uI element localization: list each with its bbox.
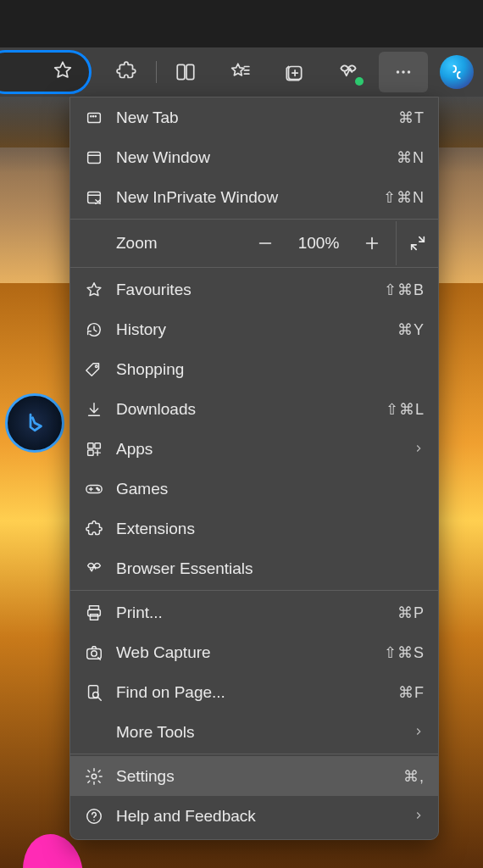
fullscreen-button[interactable] [396,221,438,265]
svg-point-22 [92,650,97,655]
status-dot-icon [355,77,364,86]
svg-point-8 [93,115,94,116]
menu-item-find-on-page[interactable]: Find on Page... ⌘F [70,672,438,712]
svg-rect-0 [177,64,185,79]
find-icon [82,683,106,702]
chevron-right-icon [413,807,425,826]
svg-point-12 [95,365,97,368]
printer-icon [82,604,106,622]
browser-essentials-toolbar-button[interactable] [321,52,375,92]
menu-item-favourites[interactable]: Favourites ⇧⌘B [70,270,438,309]
menu-item-new-window[interactable]: New Window ⌘N [70,137,438,177]
extensions-toolbar-button[interactable] [100,52,154,92]
apps-icon [82,440,106,459]
menu-item-history[interactable]: History ⌘Y [70,309,438,349]
menu-item-web-capture[interactable]: Web Capture ⇧⌘S [70,632,438,672]
svg-rect-1 [186,64,194,79]
menu-item-more-tools[interactable]: More Tools [70,712,438,752]
menu-item-apps[interactable]: Apps [70,429,438,469]
menu-item-browser-essentials[interactable]: Browser Essentials [70,548,438,588]
collections-toolbar-button[interactable] [267,52,321,92]
svg-point-5 [408,70,410,73]
split-screen-button[interactable] [158,52,213,92]
svg-rect-20 [90,614,97,619]
chevron-right-icon [413,723,425,742]
star-icon[interactable] [52,59,74,85]
zoom-in-button[interactable] [348,221,396,265]
menu-shortcut: ⌘F [398,683,425,702]
tab-icon [82,108,106,127]
zoom-value: 100% [289,234,348,253]
menu-item-settings[interactable]: Settings ⌘, [70,756,438,796]
menu-shortcut: ⇧⌘B [384,281,425,299]
svg-point-4 [402,70,404,73]
menu-item-new-inprivate[interactable]: New InPrivate Window ⇧⌘N [70,177,438,217]
menu-item-label: Settings [116,767,403,786]
menu-item-games[interactable]: Games [70,469,438,509]
history-icon [82,320,106,339]
bing-sidebar-button[interactable] [5,393,64,453]
svg-rect-14 [95,442,100,448]
menu-item-label: Find on Page... [116,683,398,702]
svg-rect-6 [88,113,101,122]
menu-item-label: Web Capture [116,643,384,662]
menu-shortcut: ⌘Y [397,320,425,339]
camera-icon [82,643,106,662]
menu-separator [70,219,438,220]
menu-item-label: New InPrivate Window [116,188,383,207]
zoom-out-button[interactable] [242,221,289,265]
menu-shortcut: ⌘P [397,604,425,622]
menu-item-shopping[interactable]: Shopping [70,349,438,389]
menu-item-downloads[interactable]: Downloads ⇧⌘L [70,389,438,429]
inprivate-icon [82,188,106,207]
menu-item-label: Help and Feedback [116,807,413,826]
window-titlebar [0,0,483,47]
menu-shortcut: ⇧⌘L [386,400,425,419]
svg-rect-15 [88,449,93,454]
svg-point-17 [98,489,100,491]
menu-shortcut: ⇧⌘N [383,188,425,207]
svg-rect-10 [88,152,101,163]
menu-separator [70,590,438,591]
address-bar-fragment[interactable] [0,50,92,94]
puzzle-icon [82,520,106,538]
menu-item-label: Shopping [116,360,425,379]
games-icon [82,480,106,498]
svg-point-27 [93,819,94,820]
chevron-right-icon [413,440,425,459]
star-icon [82,281,106,299]
menu-item-zoom: Zoom 100% [70,221,438,265]
menu-item-label: Games [116,480,425,498]
svg-rect-13 [88,442,93,448]
more-menu-button[interactable] [379,52,428,92]
menu-separator [70,754,438,754]
svg-point-16 [97,487,98,489]
download-icon [82,400,106,419]
menu-item-label: New Window [116,148,397,167]
help-icon [82,807,106,826]
menu-item-extensions[interactable]: Extensions [70,509,438,548]
menu-shortcut: ⌘N [397,148,425,167]
toolbar-divider [156,61,157,83]
menu-item-label: Print... [116,604,397,622]
menu-item-label: Extensions [116,520,425,538]
menu-item-help[interactable]: Help and Feedback [70,796,438,836]
svg-point-9 [95,115,96,116]
menu-shortcut: ⇧⌘S [384,643,425,662]
copilot-button[interactable] [440,55,474,89]
settings-menu: New Tab ⌘T New Window ⌘N New InPrivate W… [69,97,439,840]
menu-item-label: Apps [116,440,413,459]
menu-item-label: More Tools [116,723,413,742]
svg-point-7 [91,115,92,116]
menu-shortcut: ⌘T [398,108,425,127]
menu-item-print[interactable]: Print... ⌘P [70,593,438,632]
menu-shortcut: ⌘, [403,767,425,786]
menu-item-label: New Tab [116,108,398,127]
menu-separator [70,267,438,268]
heartbeat-icon [82,559,106,578]
svg-point-25 [92,774,97,779]
browser-toolbar [0,47,483,97]
favourites-toolbar-button[interactable] [213,52,267,92]
menu-item-new-tab[interactable]: New Tab ⌘T [70,97,438,137]
tag-icon [82,360,106,379]
